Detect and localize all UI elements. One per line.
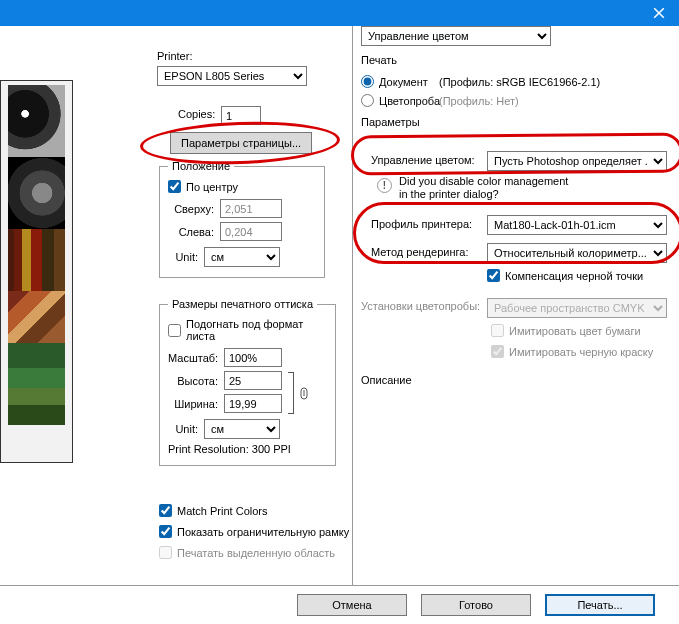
right-panel: Управление цветом Печать Документ (Профи… <box>353 26 679 585</box>
black-point-checkbox[interactable] <box>487 269 500 282</box>
pos-left-label: Слева: <box>168 226 214 238</box>
document-radio[interactable] <box>361 75 374 88</box>
size-unit-label: Unit: <box>168 423 198 435</box>
print-selected-area-checkbox <box>159 546 172 559</box>
simulate-paper-checkbox <box>491 324 504 337</box>
fit-media-checkbox[interactable] <box>168 324 181 337</box>
width-input[interactable] <box>224 394 282 413</box>
simulate-black-label: Имитировать черную краску <box>509 346 653 358</box>
printer-select[interactable]: EPSON L805 Series <box>157 66 307 86</box>
center-label: По центру <box>186 181 238 193</box>
proof-profile-text: (Профиль: Нет) <box>439 95 519 107</box>
proof-setup-label: Установки цветопробы: <box>361 300 480 312</box>
size-unit-select[interactable]: см <box>204 419 280 439</box>
left-panel: Printer: EPSON L805 Series Copies: Парам… <box>0 26 353 585</box>
rendering-intent-select[interactable]: Относительный колориметр... <box>487 243 667 263</box>
print-resolution-label: Print Resolution: 300 PPI <box>168 443 327 455</box>
pos-unit-select[interactable]: см <box>204 247 280 267</box>
constrain-proportions-button[interactable] <box>299 387 310 402</box>
proof-radio[interactable] <box>361 94 374 107</box>
rendering-intent-label: Метод рендеринга: <box>371 246 468 258</box>
pos-unit-label: Unit: <box>168 251 198 263</box>
match-print-colors-checkbox[interactable] <box>159 504 172 517</box>
pos-top-input <box>220 199 282 218</box>
pos-left-input <box>220 222 282 241</box>
fit-media-label: Подогнать под формат листа <box>186 318 327 342</box>
show-bounding-box-label: Показать ограничительную рамку <box>177 526 349 538</box>
print-selected-area-label: Печатать выделенную область <box>177 547 335 559</box>
scale-label: Масштаб: <box>168 352 218 364</box>
printer-profile-label: Профиль принтера: <box>371 218 472 230</box>
pos-top-label: Сверху: <box>168 203 214 215</box>
link-bracket-icon <box>288 372 294 414</box>
scale-input[interactable] <box>224 348 282 367</box>
document-profile-text: (Профиль: sRGB IEC61966-2.1) <box>439 76 600 88</box>
page-setup-button[interactable]: Параметры страницы... <box>170 132 312 154</box>
printer-profile-select[interactable]: Mat180-Lack-01h-01.icm <box>487 215 667 235</box>
print-size-group: Размеры печатного оттиска Подогнать под … <box>159 298 336 466</box>
simulate-black-checkbox <box>491 345 504 358</box>
height-label: Высота: <box>168 375 218 387</box>
print-section-label: Печать <box>361 54 397 66</box>
print-size-legend: Размеры печатного оттиска <box>168 298 317 310</box>
proof-radio-label: Цветопроба <box>379 95 440 107</box>
print-button[interactable]: Печать... <box>545 594 655 616</box>
copies-label: Copies: <box>178 108 215 120</box>
print-preview <box>0 80 73 463</box>
close-icon <box>653 7 665 19</box>
button-bar: Отмена Готово Печать... <box>0 585 679 624</box>
position-group: Положение По центру Сверху: Слева: Unit:… <box>159 160 325 278</box>
top-section-select[interactable]: Управление цветом <box>361 26 551 46</box>
color-handling-select[interactable]: Пусть Photoshop определяет ... <box>487 151 667 171</box>
center-checkbox[interactable] <box>168 180 181 193</box>
parameters-label: Параметры <box>361 116 420 128</box>
simulate-paper-label: Имитировать цвет бумаги <box>509 325 641 337</box>
description-label: Описание <box>361 374 412 386</box>
paperclip-icon <box>299 387 310 400</box>
window-titlebar <box>0 0 679 26</box>
close-button[interactable] <box>639 0 679 26</box>
copies-input[interactable] <box>221 106 261 125</box>
warning-icon: ! <box>377 178 392 193</box>
cancel-button[interactable]: Отмена <box>297 594 407 616</box>
done-button[interactable]: Готово <box>421 594 531 616</box>
position-legend: Положение <box>168 160 234 172</box>
width-label: Ширина: <box>168 398 218 410</box>
printer-label: Printer: <box>157 50 192 62</box>
black-point-label: Компенсация черной точки <box>505 270 643 282</box>
warning-text: Did you disable color management in the … <box>399 175 568 201</box>
show-bounding-box-checkbox[interactable] <box>159 525 172 538</box>
document-radio-label: Документ <box>379 76 428 88</box>
match-print-colors-label: Match Print Colors <box>177 505 267 517</box>
proof-setup-select: Рабочее пространство CMYK <box>487 298 667 318</box>
height-input[interactable] <box>224 371 282 390</box>
color-handling-label: Управление цветом: <box>371 154 475 166</box>
